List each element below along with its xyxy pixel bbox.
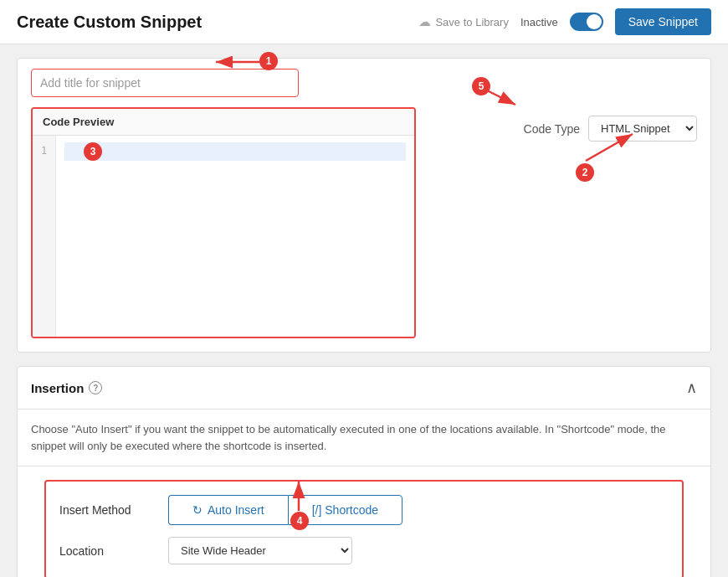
insertion-title-text: Insertion <box>31 381 84 395</box>
page-header: Create Custom Snippet ☁ Save to Library … <box>0 0 728 44</box>
main-content: Code Preview 1 Code Type HTML Snippet <box>0 44 728 577</box>
code-type-select[interactable]: HTML Snippet JavaScript CSS PHP <box>588 116 697 142</box>
insertion-header: Insertion ? ∧ <box>18 367 710 410</box>
refresh-icon: ↻ <box>192 503 203 517</box>
auto-insert-button[interactable]: ↻ Auto Insert <box>168 495 288 525</box>
toggle-slider <box>570 13 603 31</box>
code-editor[interactable]: 1 <box>33 136 414 337</box>
page-title: Create Custom Snippet <box>17 13 202 32</box>
insertion-title: Insertion ? <box>31 381 102 395</box>
inactive-label: Inactive <box>520 16 558 28</box>
cloud-icon: ☁ <box>418 14 431 29</box>
code-preview-header: Code Preview <box>33 109 414 136</box>
code-preview-box: Code Preview 1 <box>31 107 416 338</box>
active-toggle[interactable] <box>570 13 603 31</box>
save-to-library-label: Save to Library <box>435 16 508 28</box>
insertion-description: Choose "Auto Insert" if you want the sni… <box>18 410 710 466</box>
auto-insert-label: Auto Insert <box>208 503 264 517</box>
location-select[interactable]: Site Wide Header Site Wide Footer Before… <box>168 537 352 564</box>
snippet-title-input[interactable] <box>31 69 299 97</box>
save-to-library: ☁ Save to Library <box>418 14 508 29</box>
insertion-card: Insertion ? ∧ Choose "Auto Insert" if yo… <box>17 366 711 577</box>
insert-method-label: Insert Method <box>59 503 168 517</box>
info-icon[interactable]: ? <box>89 381 102 394</box>
page-wrapper: Create Custom Snippet ☁ Save to Library … <box>0 0 728 577</box>
title-input-wrapper <box>18 59 710 97</box>
header-right: ☁ Save to Library Inactive Save Snippet <box>418 8 711 35</box>
insert-options: Insert Method ↻ Auto Insert [/] Shortcod… <box>44 480 684 577</box>
code-type-row: Code Type HTML Snippet JavaScript CSS PH… <box>524 116 697 142</box>
code-type-label: Code Type <box>524 122 580 136</box>
insert-method-row: Insert Method ↻ Auto Insert [/] Shortcod… <box>59 495 669 525</box>
code-type-area: Code Type HTML Snippet JavaScript CSS PH… <box>433 107 697 338</box>
location-row: Location Site Wide Header Site Wide Foot… <box>59 537 669 564</box>
code-area: Code Preview 1 Code Type HTML Snippet <box>18 97 710 352</box>
shortcode-label: [/] Shortcode <box>312 503 378 517</box>
code-content[interactable] <box>56 136 414 337</box>
line-numbers: 1 <box>33 136 56 337</box>
snippet-editor-card: Code Preview 1 Code Type HTML Snippet <box>17 58 711 353</box>
code-line-1 <box>64 142 406 161</box>
save-snippet-button[interactable]: Save Snippet <box>615 8 711 35</box>
collapse-icon[interactable]: ∧ <box>686 379 697 397</box>
insert-options-wrapper: Insert Method ↻ Auto Insert [/] Shortcod… <box>18 480 710 577</box>
shortcode-button[interactable]: [/] Shortcode <box>288 495 402 525</box>
location-label: Location <box>59 544 168 558</box>
insert-methods: ↻ Auto Insert [/] Shortcode <box>168 495 402 525</box>
